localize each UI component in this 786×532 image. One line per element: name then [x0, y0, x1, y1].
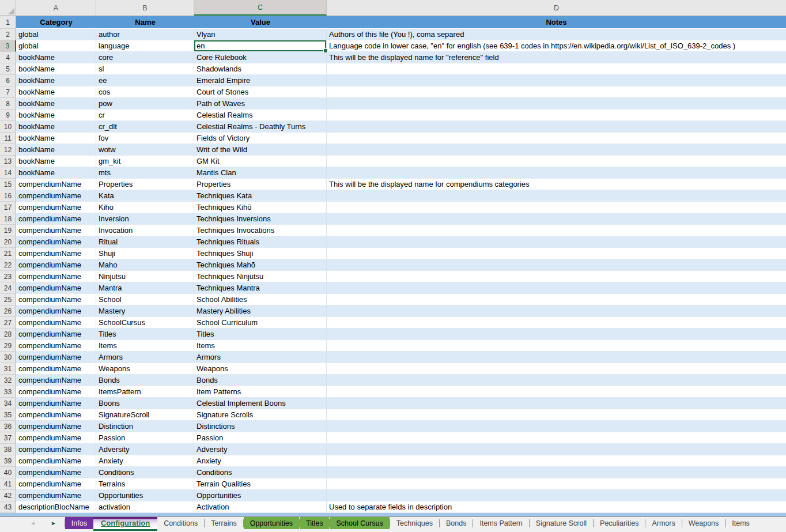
cell-category[interactable]: compendiumName	[16, 432, 96, 444]
row-number[interactable]: 12	[0, 144, 16, 156]
tab-nav-right-icon[interactable]: ►	[51, 520, 56, 526]
cell-category[interactable]: compendiumName	[16, 375, 96, 386]
cell-category[interactable]: compendiumName	[16, 478, 96, 490]
cell-category[interactable]: global	[16, 29, 96, 40]
cell-notes[interactable]	[327, 225, 786, 236]
row-number[interactable]: 23	[0, 271, 16, 282]
cell-category[interactable]: bookName	[16, 75, 96, 86]
cell-notes[interactable]	[327, 156, 786, 167]
cell-notes[interactable]	[327, 63, 786, 75]
cell-notes[interactable]	[327, 86, 786, 98]
cell-value[interactable]: Opportunities	[194, 490, 327, 501]
cell-value[interactable]: Core Rulebook	[194, 52, 327, 63]
row-number[interactable]: 35	[0, 409, 16, 421]
cell-value[interactable]: Techniques Kata	[194, 190, 327, 202]
cell-notes[interactable]: Used to separate fields in description	[327, 501, 786, 513]
cell-name[interactable]: Terrains	[96, 478, 194, 490]
cell-notes[interactable]	[327, 305, 786, 317]
cell-name[interactable]: Bonds	[96, 375, 194, 386]
sheet-tab-bonds[interactable]: Bonds	[440, 517, 473, 529]
cell-notes[interactable]	[327, 375, 786, 386]
cell-category[interactable]: compendiumName	[16, 248, 96, 259]
cell-name[interactable]: Kiho	[96, 202, 194, 213]
column-header-b[interactable]: B	[96, 0, 194, 16]
cell-value[interactable]: Techniques Invocations	[194, 225, 327, 236]
cell-category[interactable]: bookName	[16, 52, 96, 63]
cell-category[interactable]: compendiumName	[16, 259, 96, 271]
cell-name[interactable]: Opportunities	[96, 490, 194, 501]
sheet-tab-signature-scroll[interactable]: Signature Scroll	[530, 517, 593, 529]
cell-name[interactable]: cos	[96, 86, 194, 98]
row-number[interactable]: 25	[0, 294, 16, 305]
tab-nav-left-icon[interactable]: ◄	[30, 520, 36, 526]
cell-value[interactable]: Techniques Mahõ	[194, 259, 327, 271]
cell-category[interactable]: descriptionBlocName	[16, 501, 96, 513]
cell-name[interactable]: Properties	[96, 179, 194, 190]
cell-value[interactable]: Titles	[194, 329, 327, 340]
row-number[interactable]: 28	[0, 329, 16, 340]
cell-value[interactable]: Court of Stones	[194, 86, 327, 98]
cell-category[interactable]: compendiumName	[16, 444, 96, 455]
cell-notes[interactable]: Language code in lower case, "en" for en…	[327, 40, 786, 52]
cell-name[interactable]: Shuji	[96, 248, 194, 259]
cell-value[interactable]: Techniques Shuji	[194, 248, 327, 259]
cell-value[interactable]: Celestial Realms	[194, 110, 327, 121]
row-number[interactable]: 17	[0, 202, 16, 213]
cell-value[interactable]: Shadowlands	[194, 63, 327, 75]
cell-category[interactable]: compendiumName	[16, 294, 96, 305]
cell-name[interactable]: School	[96, 294, 194, 305]
fill-handle[interactable]	[323, 48, 328, 53]
cell-category[interactable]: compendiumName	[16, 363, 96, 375]
cell-category[interactable]: compendiumName	[16, 317, 96, 329]
cell-name[interactable]: pow	[96, 98, 194, 110]
cell-category[interactable]: bookName	[16, 133, 96, 144]
cell-value[interactable]: Activation	[194, 501, 327, 513]
cell-notes[interactable]	[327, 202, 786, 213]
cell-category[interactable]: compendiumName	[16, 179, 96, 190]
cell-category[interactable]: bookName	[16, 98, 96, 110]
header-cell-value[interactable]: Value	[194, 16, 327, 29]
cell-notes[interactable]	[327, 329, 786, 340]
cell-name[interactable]: cr	[96, 110, 194, 121]
cell-notes[interactable]	[327, 444, 786, 455]
cell-value[interactable]: Signature Scrolls	[194, 409, 327, 421]
cell-name[interactable]: Mastery	[96, 305, 194, 317]
cell-notes[interactable]	[327, 352, 786, 363]
cell-category[interactable]: bookName	[16, 121, 96, 133]
cell-name[interactable]: core	[96, 52, 194, 63]
cell-name[interactable]: Kata	[96, 190, 194, 202]
cell-name[interactable]: Invocation	[96, 225, 194, 236]
cell-category[interactable]: bookName	[16, 63, 96, 75]
cell-name[interactable]: mts	[96, 167, 194, 179]
cell-category[interactable]: compendiumName	[16, 329, 96, 340]
cell-category[interactable]: compendiumName	[16, 467, 96, 478]
cell-value[interactable]: Fields of Victory	[194, 133, 327, 144]
cell-name[interactable]: Anxiety	[96, 455, 194, 467]
cell-notes[interactable]	[327, 363, 786, 375]
cell-notes[interactable]: This will be the displayed name for "ref…	[327, 52, 786, 63]
row-number[interactable]: 9	[0, 110, 16, 121]
cell-notes[interactable]	[327, 386, 786, 398]
cell-value[interactable]: Adversity	[194, 444, 327, 455]
cell-name[interactable]: wotw	[96, 144, 194, 156]
cell-name[interactable]: Boons	[96, 398, 194, 409]
row-number[interactable]: 32	[0, 375, 16, 386]
row-number[interactable]: 38	[0, 444, 16, 455]
cell-notes[interactable]: Authors of this file (You !), coma separ…	[327, 29, 786, 40]
cell-value[interactable]: Items	[194, 340, 327, 352]
row-number[interactable]: 43	[0, 501, 16, 513]
cell-notes[interactable]	[327, 478, 786, 490]
cell-value[interactable]: GM Kit	[194, 156, 327, 167]
sheet-tab-school-cursus[interactable]: School Cursus	[330, 517, 389, 529]
row-number[interactable]: 40	[0, 467, 16, 478]
row-number[interactable]: 18	[0, 213, 16, 225]
cell-category[interactable]: bookName	[16, 110, 96, 121]
cell-category[interactable]: compendiumName	[16, 409, 96, 421]
cell-notes[interactable]	[327, 259, 786, 271]
row-number[interactable]: 21	[0, 248, 16, 259]
cell-value[interactable]: School Abilities	[194, 294, 327, 305]
sheet-tab-peculiarities[interactable]: Peculiarities	[594, 517, 645, 529]
cell-category[interactable]: bookName	[16, 156, 96, 167]
sheet-tab-items-pattern[interactable]: Items Pattern	[473, 517, 528, 529]
header-cell-notes[interactable]: Notes	[327, 16, 786, 29]
